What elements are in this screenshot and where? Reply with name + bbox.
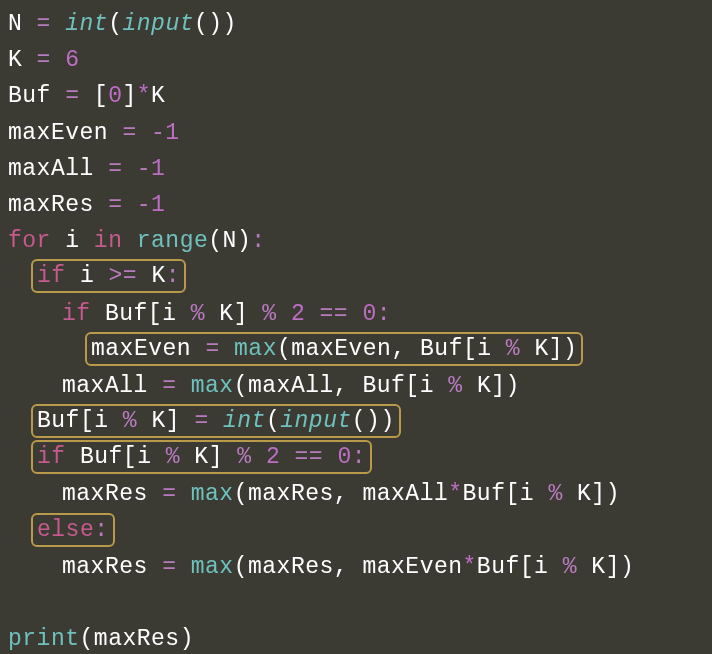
token: Buf (8, 83, 65, 109)
token: if (37, 444, 66, 470)
token: Buf (91, 301, 148, 327)
token: for (8, 228, 51, 254)
code-line: N = int(input()) (8, 6, 704, 42)
token: [ (94, 83, 108, 109)
token: maxRes (62, 554, 162, 580)
token: K (205, 301, 234, 327)
token: 0 (108, 83, 122, 109)
token: : (377, 301, 391, 327)
token: ( (108, 11, 122, 37)
token: ( (194, 11, 208, 37)
token: K (137, 408, 166, 434)
code-line: maxEven = max(maxEven, Buf[i % K]) (8, 332, 704, 368)
token: == (320, 301, 349, 327)
token: ( (352, 408, 366, 434)
token: = (162, 373, 176, 399)
token: K (8, 47, 37, 73)
token: = (194, 408, 208, 434)
code-line: if Buf[i % K] % 2 == 0: (8, 440, 704, 476)
token: K (563, 481, 592, 507)
token: [ (520, 554, 534, 580)
token (51, 11, 65, 37)
token: 2 (266, 444, 280, 470)
token: * (448, 481, 462, 507)
token: - (137, 156, 151, 182)
token (176, 481, 190, 507)
token: i (94, 408, 123, 434)
token: maxAll (248, 373, 334, 399)
token: ) (606, 481, 620, 507)
token: ) (237, 228, 251, 254)
token: , (391, 336, 405, 362)
code-line: maxRes = -1 (8, 187, 704, 223)
token: ] (234, 301, 248, 327)
token: 6 (65, 47, 79, 73)
token: [ (505, 481, 519, 507)
code-line: if i >= K: (8, 259, 704, 295)
token: ( (80, 626, 94, 652)
token: ( (277, 336, 291, 362)
token (323, 444, 337, 470)
token (176, 554, 190, 580)
token: = (162, 481, 176, 507)
token: , (334, 554, 348, 580)
token (223, 444, 237, 470)
token (348, 301, 362, 327)
token: maxRes (62, 481, 162, 507)
token: K (151, 83, 165, 109)
token: i (51, 228, 94, 254)
token: , (334, 481, 348, 507)
token: maxAll (8, 156, 108, 182)
token: i (520, 481, 549, 507)
token: * (137, 83, 151, 109)
token: ] (209, 444, 223, 470)
token: ) (380, 408, 394, 434)
code-line: Buf[i % K] = int(input()) (8, 404, 704, 440)
token: max (191, 554, 234, 580)
token: 0 (337, 444, 351, 470)
token (248, 301, 262, 327)
token (122, 228, 136, 254)
code-line: maxAll = max(maxAll, Buf[i % K]) (8, 368, 704, 404)
token: ) (506, 373, 520, 399)
token: maxAll (348, 481, 448, 507)
token: ) (366, 408, 380, 434)
token (51, 47, 65, 73)
token: : (251, 228, 265, 254)
token (122, 192, 136, 218)
token: maxEven (91, 336, 205, 362)
code-line: else: (8, 513, 704, 549)
token: , (334, 373, 348, 399)
token: [ (148, 301, 162, 327)
token: else (37, 517, 94, 543)
token: [ (123, 444, 137, 470)
token: == (295, 444, 324, 470)
token: ] (606, 554, 620, 580)
token: = (122, 120, 136, 146)
token (137, 120, 151, 146)
token: input (280, 408, 352, 434)
token: ) (208, 11, 222, 37)
token: % (237, 444, 251, 470)
token: = (108, 192, 122, 218)
token: 1 (165, 120, 179, 146)
token: if (37, 263, 66, 289)
token: int (65, 11, 108, 37)
code-editor[interactable]: N = int(input()) K = 6 Buf = [0]*K maxEv… (0, 0, 712, 654)
code-line: maxRes = max(maxRes, maxAll*Buf[i % K]) (8, 476, 704, 512)
token: ) (620, 554, 634, 580)
token: i (137, 444, 166, 470)
code-line: K = 6 (8, 42, 704, 78)
token: ) (223, 11, 237, 37)
highlight-box: if i >= K: (31, 259, 186, 293)
token: i (420, 373, 449, 399)
token: - (137, 192, 151, 218)
token: 1 (151, 192, 165, 218)
token (280, 444, 294, 470)
token (277, 301, 291, 327)
token: Buf (66, 444, 123, 470)
token: = (205, 336, 219, 362)
token: = (37, 47, 51, 73)
token: [ (463, 336, 477, 362)
token (176, 373, 190, 399)
